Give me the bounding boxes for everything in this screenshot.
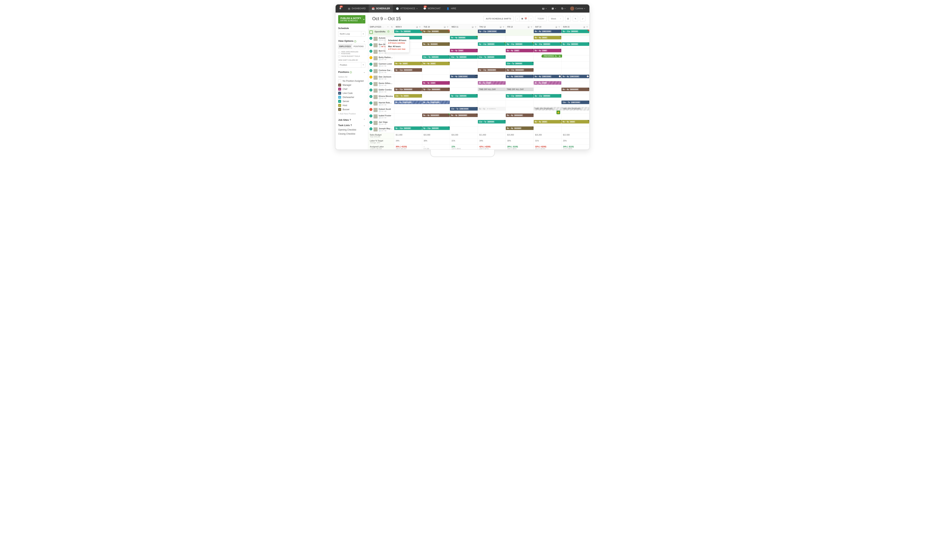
grid-cell[interactable]: 11a – 7pSERVER	[478, 120, 506, 126]
position-filter[interactable]: ✓Manager	[338, 83, 365, 87]
nav-dashboard[interactable]: ▤DASHBOARD	[345, 5, 369, 13]
shift[interactable]: TIME OFF ALL DAY	[478, 88, 506, 91]
shift[interactable]: 8a – 4pMANAGER	[422, 114, 450, 117]
grid-cell[interactable]	[478, 101, 506, 107]
store-button[interactable]: ▾	[550, 5, 558, 13]
shift[interactable]: 8a – 4pBUSSER	[422, 42, 450, 46]
position-filter[interactable]: ✓Server	[338, 99, 365, 104]
grid-cell[interactable]	[562, 113, 589, 120]
grid-cell[interactable]: 8a – 4pLINE COOK!	[533, 75, 562, 81]
grid-cell[interactable]: 8a – 4pLINE COOK	[506, 75, 533, 81]
employee-cell[interactable]: ✓Carmen Lowe🕓 24 / 40	[368, 62, 394, 68]
shift[interactable]: 3p – 11pSERVER	[506, 42, 533, 46]
shift[interactable]: 3p – 11pSERVER2	[562, 30, 589, 33]
shift[interactable]: 3p – 11pMANAGER	[394, 68, 422, 72]
range-select[interactable]: Week▾	[548, 16, 563, 21]
notifications-button[interactable]: 9+	[336, 5, 345, 13]
grid-cell[interactable]: 3p – 11pMANAGER	[394, 87, 422, 94]
grid-cell[interactable]: 8a – 4pLINE COOK✓	[450, 75, 478, 81]
grid-cell[interactable]	[562, 49, 589, 55]
shift[interactable]: 3p – 11pSERVER	[534, 42, 562, 46]
tasklists-header[interactable]: Task Lists ?⌄	[338, 124, 365, 127]
grid-cell[interactable]	[450, 101, 478, 107]
shift[interactable]: 3p – 11pSERVER	[506, 94, 533, 98]
select-all[interactable]: Select All	[338, 75, 365, 79]
grid-cell[interactable]: 11a – 7pLINE COOK	[562, 101, 589, 107]
prev-button[interactable]: ‹	[515, 16, 520, 21]
grid-cell[interactable]: 8a – 4pMANAGER	[506, 113, 533, 120]
shift[interactable]: 8a – 4pHOST	[394, 62, 422, 65]
shift[interactable]: 3p – 11pLINE COOK	[478, 30, 506, 33]
grid-cell[interactable]: 8a – 4pAT DOWNTO	[478, 107, 506, 113]
grid-cell[interactable]	[422, 68, 450, 75]
pin-icon[interactable]: ⚲	[503, 26, 504, 28]
note-icon[interactable]: ◪	[583, 26, 585, 28]
nav-workchat[interactable]: 💬WORKCHAT9+	[420, 5, 443, 13]
help-icon[interactable]: ?	[350, 71, 352, 74]
pin-icon[interactable]: ⚲	[419, 26, 420, 28]
grid-cell[interactable]	[478, 62, 506, 68]
grid-cell[interactable]: 8a – 4pLINE COOK!	[562, 75, 589, 81]
grid-cell[interactable]: 8a – 4pMANAGER	[422, 113, 450, 120]
shift[interactable]: TIME OFF [PENDING	[562, 107, 589, 111]
grid-cell[interactable]: 8a – 4pLINE COOK	[394, 101, 422, 107]
grid-cell[interactable]	[506, 101, 533, 107]
fullscreen-button[interactable]: ⤢	[580, 16, 585, 21]
note-icon[interactable]: ◪	[472, 26, 473, 28]
grid-cell[interactable]: 3p – 11pSERVER	[394, 126, 422, 133]
shift[interactable]: 8a – 4pLINE COOK	[394, 101, 422, 104]
grid-cell[interactable]	[533, 87, 562, 94]
grid-cell[interactable]	[422, 107, 450, 113]
grid-cell[interactable]	[450, 62, 478, 68]
shift[interactable]: 11a – 7pSERVER	[450, 55, 478, 59]
shift[interactable]: 8a – 4pLINE COOK!	[534, 75, 562, 78]
help-icon[interactable]: ?	[350, 124, 352, 127]
grid-cell[interactable]: 8a – 4pCHEF	[450, 49, 478, 55]
tasklist-item[interactable]: Opening Checklist	[338, 128, 365, 132]
show-budget-checkbox[interactable]: SHOW BUDGET TOOLS	[338, 55, 365, 57]
grid-cell[interactable]	[394, 120, 422, 126]
grid-cell[interactable]	[562, 36, 589, 42]
grid-cell[interactable]	[478, 113, 506, 120]
shift[interactable]: 11a – 7pLINE COOK	[562, 101, 589, 104]
employees-header[interactable]: EMPLOYEES⌄＋⇅	[368, 24, 394, 30]
grid-cell[interactable]: 8a – 4pHOST	[422, 62, 450, 68]
shift[interactable]: 3p – 11pSERVER	[478, 42, 506, 46]
shift[interactable]: 3p – 11pMANAGER	[394, 88, 422, 91]
help-icon[interactable]: ?	[354, 40, 356, 42]
grid-cell[interactable]: 3p – 11pMANAGER	[506, 68, 533, 75]
grid-cell[interactable]: 3p – 11pSERVER	[506, 42, 533, 49]
shift[interactable]: 8a – 4pCHEF	[450, 49, 478, 52]
grid-cell[interactable]: 8a – 4pHOST	[533, 120, 562, 126]
help-icon[interactable]: ?	[387, 30, 389, 33]
grid-cell[interactable]: 11a – 7pLINE COOK	[450, 107, 478, 113]
grid-cell[interactable]: 8a – 4pLINE COOK	[422, 101, 450, 107]
jobsites-header[interactable]: Job Sites ?⌃	[338, 119, 365, 121]
shift[interactable]: 8a – 4pHOST	[534, 36, 562, 39]
grid-cell[interactable]: 3p – 11pSERVER	[533, 94, 562, 101]
employee-cell[interactable]: ✓Denis Gillespie🕓 24 / 40	[368, 81, 394, 87]
grid-cell[interactable]: 3p – 11pMANAGER	[478, 68, 506, 75]
shift[interactable]: 11a – 7pSERVER	[478, 55, 506, 59]
grid-cell[interactable]	[562, 94, 589, 101]
grid-cell[interactable]: 8a – 4pBUSSER	[506, 126, 533, 133]
grid-cell[interactable]	[506, 30, 533, 36]
grid-cell[interactable]	[422, 94, 450, 101]
grid-cell[interactable]	[478, 75, 506, 81]
shift[interactable]: 3p – 11pSERVER	[534, 94, 562, 98]
grid-cell[interactable]	[533, 62, 562, 68]
grid-cell[interactable]	[562, 68, 589, 75]
grid-cell[interactable]: 8a – 4pCHEF	[533, 49, 562, 55]
openshifts-cell[interactable]: OpenShifts?›	[368, 30, 394, 36]
grid-cell[interactable]: 3p – 11pSERVER	[478, 42, 506, 49]
grid-cell[interactable]: 11a – 7pSERVER	[422, 55, 450, 62]
nav-scheduler[interactable]: 📅SCHEDULER	[369, 5, 393, 13]
shift[interactable]: 8a – 4pCHEF	[534, 81, 562, 85]
grid-cell[interactable]: 8a – 4pBUSSER	[422, 42, 450, 49]
shift[interactable]: 8a – 4pCHEF	[506, 49, 533, 52]
position-filter[interactable]: No Position Assigned	[338, 79, 365, 83]
grid-cell[interactable]	[450, 81, 478, 87]
grid-cell[interactable]	[422, 75, 450, 81]
shift[interactable]: 8a – 4pLINE COOK✓	[450, 75, 478, 78]
thumbs-up-icon[interactable]: 👍	[556, 111, 560, 114]
